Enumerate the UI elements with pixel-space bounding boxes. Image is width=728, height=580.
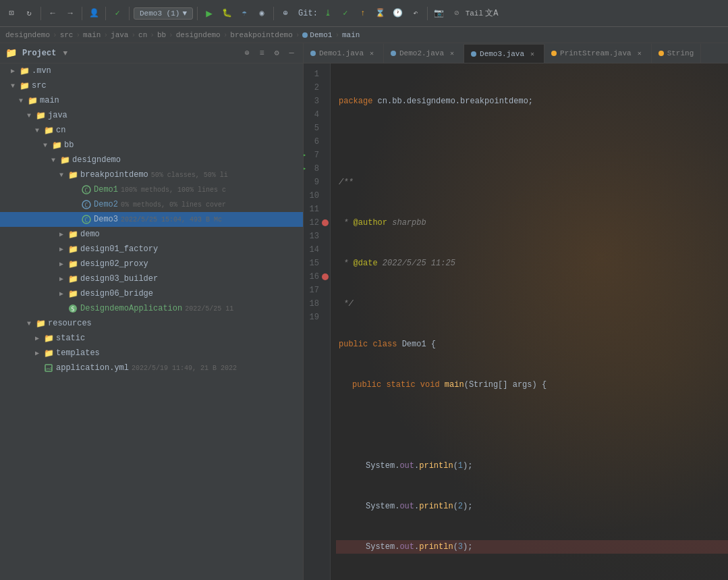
sep2 <box>82 7 82 20</box>
profile2-icon[interactable]: ◉ <box>254 6 269 21</box>
tree-item-breakpointdemo[interactable]: ▼ 📁 breakpointdemo 50% classes, 50% li <box>0 167 303 182</box>
tree-item-mvn[interactable]: ▶ 📁 .mvn <box>0 63 303 78</box>
tree-item-demo2[interactable]: ▶ C Demo2 0% methods, 0% lines cover <box>0 197 303 212</box>
collapse-icon[interactable]: ≡ <box>256 47 268 59</box>
git-history-icon[interactable]: ⌛ <box>373 6 388 21</box>
sep4 <box>129 7 130 20</box>
code-line-1: package cn.bb.designdemo.breakpointdemo; <box>336 95 728 108</box>
ln-2: 2 <box>304 81 325 95</box>
git-pull-icon[interactable]: ⤓ <box>320 6 335 21</box>
tab-string[interactable]: String <box>652 44 702 63</box>
bc-demo1[interactable]: Demo1 <box>302 31 332 39</box>
tab-printstream-icon <box>551 51 557 56</box>
forward-icon[interactable]: → <box>63 6 78 21</box>
tree-item-resources[interactable]: ▼ 📁 resources <box>0 316 303 331</box>
translate-icon[interactable]: 文A <box>484 6 499 21</box>
demo3-meta: 2022/5/25 15:04, 493 B Mc <box>121 216 222 223</box>
bc-designdemo2[interactable]: designdemo <box>176 31 221 39</box>
bc-java[interactable]: java <box>111 31 128 39</box>
profile-icon[interactable]: 👤 <box>86 6 101 21</box>
tab-demo3-icon <box>471 51 476 57</box>
git-label: Git: <box>298 9 318 18</box>
git-section: Git: ⤓ ✓ ↑ ⌛ 🕐 ↶ <box>298 6 423 21</box>
git-revert-icon[interactable]: ↶ <box>408 6 423 21</box>
locate-icon[interactable]: ⊕ <box>241 47 253 59</box>
undo-icon[interactable]: ⊡ <box>4 6 19 21</box>
sep6 <box>273 7 274 20</box>
code-content[interactable]: package cn.bb.designdemo.breakpointdemo;… <box>331 63 728 580</box>
git-push-icon[interactable]: ↑ <box>356 6 370 21</box>
stop-icon[interactable]: ⊘ <box>449 6 464 21</box>
bookmark-icon[interactable]: ✓ <box>110 6 125 21</box>
tree-item-designdemoapp[interactable]: ▶ S DesigndemoApplication 2022/5/25 11 <box>0 301 303 316</box>
tree-item-bb[interactable]: ▼ 📁 bb <box>0 138 303 153</box>
tree-item-designdemo[interactable]: ▼ 📁 designdemo <box>0 153 303 167</box>
tail-button[interactable]: Tail <box>467 6 482 21</box>
tree-item-cn[interactable]: ▼ 📁 cn <box>0 123 303 138</box>
code-line-7: public class Demo1 { <box>336 338 728 351</box>
tab-demo3[interactable]: Demo3.java ✕ <box>464 44 544 63</box>
tree-item-demo3[interactable]: ▶ C Demo3 2022/5/25 15:04, 493 B Mc <box>0 212 303 227</box>
editor-area: Demo1.java ✕ Demo2.java ✕ Demo3.java ✕ P… <box>304 43 728 580</box>
demo1-meta: 100% methods, 100% lines c <box>121 186 226 194</box>
tab-demo2-close[interactable]: ✕ <box>447 49 457 58</box>
ln-14: 14 <box>304 243 325 257</box>
bc-breakpointdemo[interactable]: breakpointdemo <box>230 31 292 39</box>
tab-demo2-label: Demo2.java <box>399 49 444 57</box>
file-yaml-icon: yml <box>43 363 54 373</box>
screenshot-icon[interactable]: 📷 <box>432 6 447 21</box>
tree-item-demo1[interactable]: ▶ C Demo1 100% methods, 100% lines c <box>0 182 303 197</box>
tree-item-design01[interactable]: ▶ 📁 design01_factory <box>0 242 303 257</box>
tree-item-templates[interactable]: ▶ 📁 templates <box>0 346 303 361</box>
tree-item-java[interactable]: ▼ 📁 java <box>0 108 303 123</box>
tree-item-main[interactable]: ▼ 📁 main <box>0 93 303 108</box>
tree-item-application[interactable]: ▶ yml application.yml 2022/5/19 11:49, 2… <box>0 361 303 375</box>
tab-printstream-close[interactable]: ✕ <box>635 49 644 58</box>
tree-item-demo[interactable]: ▶ 📁 demo <box>0 227 303 242</box>
code-line-3: /** <box>336 176 728 189</box>
folder-design01-icon: 📁 <box>67 244 78 255</box>
arrow-mvn: ▶ <box>11 67 19 75</box>
tab-demo2[interactable]: Demo2.java ✕ <box>384 44 464 63</box>
sidebar-icons: ⊕ ≡ ⚙ — <box>241 47 298 59</box>
git-icon[interactable]: ⊕ <box>278 6 293 21</box>
refresh-icon[interactable]: ↻ <box>22 6 36 21</box>
arrow-templates: ▶ <box>35 349 43 357</box>
folder-designdemo-icon: 📁 <box>59 155 70 165</box>
settings-icon[interactable]: ⚙ <box>271 47 283 59</box>
bc-src[interactable]: src <box>60 31 74 39</box>
code-line-10: System.out.println(1); <box>336 459 728 473</box>
run-button[interactable]: ▶ <box>202 6 217 21</box>
arrow-breakpointdemo: ▼ <box>59 172 67 179</box>
tree-item-design02[interactable]: ▶ 📁 design02_proxy <box>0 257 303 271</box>
tab-printstream[interactable]: PrintStream.java ✕ <box>544 44 652 63</box>
run-config-dropdown[interactable]: Demo3 (1) ▼ <box>134 7 193 20</box>
bc-main[interactable]: main <box>83 31 101 39</box>
git-clock-icon[interactable]: 🕐 <box>391 6 405 21</box>
tab-demo3-label: Demo3.java <box>480 50 524 58</box>
tree-item-design06[interactable]: ▶ 📁 design06_bridge <box>0 286 303 301</box>
arrow-design06: ▶ <box>59 290 67 298</box>
bc-main-method[interactable]: main <box>342 31 360 39</box>
code-line-6: */ <box>336 297 728 311</box>
back-icon[interactable]: ← <box>45 6 60 21</box>
bc-cn[interactable]: cn <box>138 31 147 39</box>
tab-demo1-close[interactable]: ✕ <box>367 49 376 58</box>
tab-demo1[interactable]: Demo1.java ✕ <box>304 44 384 63</box>
tree-item-design03[interactable]: ▶ 📁 design03_builder <box>0 271 303 286</box>
tree-item-src[interactable]: ▼ 📁 src <box>0 78 303 93</box>
folder-cn-icon: 📁 <box>43 126 54 136</box>
file-demo3-icon: C <box>81 215 92 224</box>
yml-meta: 2022/5/19 11:49, 21 B 2022 <box>132 365 237 372</box>
tab-demo3-close[interactable]: ✕ <box>528 49 537 59</box>
bc-bb[interactable]: bb <box>157 31 166 39</box>
sep3 <box>105 7 106 20</box>
git-check-icon[interactable]: ✓ <box>338 6 353 21</box>
coverage-icon[interactable]: ☂ <box>237 6 252 21</box>
ln-11: 11 <box>304 203 325 216</box>
tab-demo1-label: Demo1.java <box>319 49 364 57</box>
debug-run-icon[interactable]: 🐛 <box>219 6 234 21</box>
tree-item-static[interactable]: ▶ 📁 static <box>0 331 303 346</box>
close-sidebar-icon[interactable]: — <box>285 47 298 59</box>
bc-designdemo[interactable]: designdemo <box>5 31 50 39</box>
